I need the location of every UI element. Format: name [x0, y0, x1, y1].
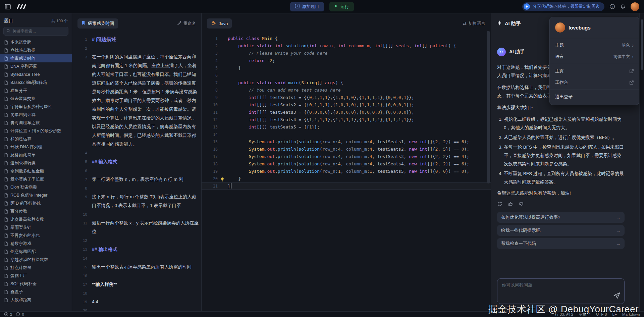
sidebar-item-label: 和的逆运算 — [10, 136, 32, 142]
sidebar-item[interactable]: 计算位置 x 到 y 的最少步数 — [0, 127, 72, 135]
chat-input[interactable]: 你可以问我问题 — [497, 278, 625, 304]
sidebar-item[interactable]: 阿 D 的飞行路线 — [0, 199, 72, 207]
menu-item-home[interactable]: 主页 — [550, 65, 639, 77]
run-button[interactable]: 运行 — [329, 2, 354, 11]
code-line[interactable]: 7 public static void main(String[] args)… — [202, 79, 491, 87]
errors-count[interactable]: 2 — [10, 312, 12, 316]
add-problem-button[interactable]: 添加题目 — [290, 2, 324, 11]
sidebar-item[interactable]: 穿越沙漠的补给次数 — [0, 256, 72, 264]
menu-item-language[interactable]: 语言 简体中文› — [550, 51, 639, 62]
menu-item-theme[interactable]: 主题 暗色› — [550, 40, 639, 51]
menu-item-logout[interactable]: 退出登录 — [550, 91, 639, 103]
code-line[interactable]: 1public class Main { — [202, 35, 491, 42]
suggestion-chip[interactable]: 给我一些代码提示吧→ — [497, 225, 625, 236]
app-logo-icon[interactable] — [16, 4, 28, 9]
sidebar-item[interactable]: 猫鱼分干 — [0, 87, 72, 95]
sidebar-item[interactable]: 百分位数 — [0, 207, 72, 215]
sidebar-item[interactable]: 创意标题匹配 — [0, 248, 72, 256]
sidebar-item[interactable]: SQL 代码补全 — [0, 280, 72, 288]
code-line[interactable]: 2 public static int solution(int row_n, … — [202, 42, 491, 50]
sidebar-item[interactable]: 简单四则计算 — [0, 111, 72, 119]
thumbs-down-icon[interactable] — [519, 201, 524, 207]
sidebar-item[interactable]: 查找热点数据 — [0, 46, 72, 54]
sidebar-item[interactable]: 及格如此简单 — [0, 151, 72, 159]
sidebar-item[interactable]: 不再贪心的小包 — [0, 231, 72, 240]
bell-icon[interactable] — [620, 4, 626, 9]
sparkle-icon — [497, 20, 502, 27]
code-line[interactable]: 20 } — [202, 175, 491, 182]
suggestion-chip[interactable]: 如何优化算法以提高运行效率?→ — [497, 212, 625, 223]
code-editor[interactable]: 1public class Main {2 public static int … — [202, 34, 491, 190]
sidebar-item[interactable]: 多米诺骨牌 — [0, 38, 72, 46]
sidebar-item[interactable]: 拿到最多红包金额 — [0, 167, 72, 175]
sidebar-item[interactable]: DNA 序列还原 — [0, 62, 72, 70]
sidebar-item[interactable]: 比赛最高获胜次数 — [0, 215, 72, 223]
sidebar-item[interactable]: 字符串有多少种可能性 — [0, 103, 72, 111]
sidebar-item[interactable]: Cion 勒索病毒 — [0, 183, 72, 191]
sidebar-item[interactable]: RGB 色值转 Integer — [0, 191, 72, 199]
page-scrollbar[interactable] — [639, 13, 644, 311]
code-line[interactable]: 4 return -2; — [202, 57, 491, 64]
problem-description[interactable]: 1# 问题描述23在一个封闭的房间里摆满了座位，每个座位东西向和南北向都有固定 … — [72, 34, 201, 311]
sidebar-item[interactable]: 青海湖租车之旅 — [0, 119, 72, 127]
sidebar-item[interactable]: 和的逆运算 — [0, 135, 72, 143]
code-line[interactable]: 6 — [202, 72, 491, 79]
errors-icon[interactable] — [4, 312, 8, 317]
document-icon — [4, 250, 8, 254]
sidebar-item[interactable]: Bytedance Tree — [0, 70, 72, 78]
warnings-icon[interactable] — [16, 312, 20, 317]
editor-scrollbar[interactable] — [487, 31, 490, 183]
help-icon[interactable]: ? — [609, 4, 615, 9]
markdown-line: 14 — [72, 254, 201, 263]
sidebar-item[interactable]: 蛋糕工厂 — [0, 272, 72, 280]
sidebar-item[interactable]: 大数和距离 — [0, 296, 72, 304]
rename-button[interactable]: 重命名 — [177, 21, 196, 27]
document-icon — [4, 72, 8, 77]
sidebar-item[interactable]: 病毒感染时间 — [0, 54, 72, 62]
sidebar-item[interactable]: 最小替换子串长度 — [0, 175, 72, 183]
code-line[interactable]: 19 System.out.println(solution(row_n:1, … — [202, 168, 491, 175]
menu-item-workbench[interactable]: 工作台 — [550, 77, 639, 88]
sidebar-item[interactable]: 链表聚集交换 — [0, 95, 72, 103]
sidebar-item[interactable]: 进制求和转换 — [0, 159, 72, 167]
warnings-count[interactable]: 0 — [22, 312, 24, 316]
code-line[interactable]: 9 int[][] testSeats1 = {{0,1,1,1},{1,0,1… — [202, 94, 491, 101]
send-icon[interactable] — [613, 292, 621, 301]
code-line[interactable]: 16 System.out.println(solution(row_n:4, … — [202, 146, 491, 153]
page-scrollbar-thumb[interactable] — [641, 19, 643, 70]
thumbs-up-icon[interactable] — [508, 201, 513, 207]
markdown-line: 18 — [72, 289, 201, 298]
code-line[interactable]: 10 int[][] testSeats2 = {{0,1,1,1},{1,0,… — [202, 101, 491, 109]
code-line[interactable]: 15 System.out.println(solution(row_n:4, … — [202, 138, 491, 146]
code-text: System.out.println(solution(row_n:4, col… — [228, 154, 469, 159]
sidebar-item[interactable]: 猜数字游戏 — [0, 240, 72, 248]
sidebar-item[interactable]: Base32 编码和解码 — [0, 78, 72, 87]
code-line[interactable]: 18 System.out.println(solution(row_n:4, … — [202, 160, 491, 168]
code-line[interactable]: 5 } — [202, 64, 491, 72]
code-line[interactable]: 11 int[][] testSeats3 = {{0,0,0,0},{0,0,… — [202, 109, 491, 116]
search-input[interactable]: 关键字搜索... — [3, 27, 68, 36]
code-line[interactable]: 14 — [202, 131, 491, 138]
sidebar: 题目 共 100 个 关键字搜索... 多米诺骨牌查找热点数据病毒感染时间DNA… — [0, 13, 72, 311]
sidebar-item[interactable]: 打点计数器 — [0, 264, 72, 272]
suggestion-chip[interactable]: 帮我检查一下代码→ — [497, 238, 625, 249]
switch-language-button[interactable]: ⇄ 切换语言 — [463, 21, 485, 27]
code-line[interactable]: 3 // Please write your code here — [202, 50, 491, 57]
code-line[interactable]: 12 int[][] testSeats4 = {{1,1,1,1},{1,1,… — [202, 116, 491, 123]
sidebar-item-label: 计算位置 x 到 y 的最少步数 — [10, 128, 61, 134]
code-line[interactable]: 21} — [202, 182, 491, 190]
sidebar-item[interactable]: 环状 DNA 序列理 — [0, 143, 72, 151]
user-avatar[interactable] — [631, 2, 639, 11]
sidebar-toggle-icon[interactable] — [5, 4, 11, 9]
code-line[interactable]: 8 // You can add more test cases here — [202, 87, 491, 94]
code-text: public class Main { — [228, 36, 278, 41]
sidebar-item[interactable]: 暴雨梨花针 — [0, 223, 72, 231]
language-badge[interactable]: Java — [207, 18, 232, 29]
code-line[interactable]: 17 System.out.println(solution(row_n:4, … — [202, 153, 491, 160]
regenerate-icon[interactable] — [497, 201, 502, 207]
code-line[interactable]: 13 int[][] testSeats5 = {{1}}; — [202, 123, 491, 131]
promo-banner[interactable]: 分享代码练习体验，领限量定制周边 — [522, 2, 604, 11]
problem-title-pill: 病毒感染时间 — [77, 18, 118, 29]
sidebar-item[interactable]: 叠盘子 — [0, 288, 72, 296]
line-number: 3 — [202, 50, 218, 57]
